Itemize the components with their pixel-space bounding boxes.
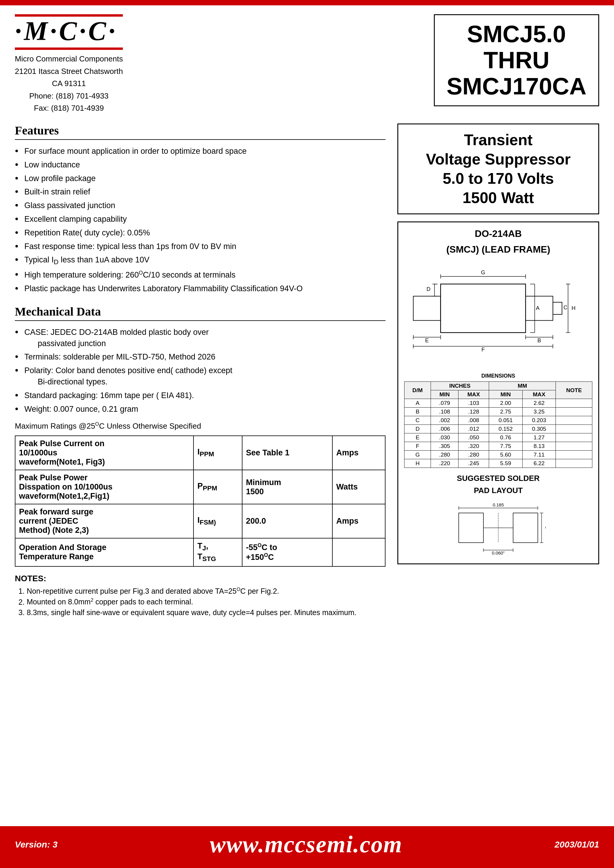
feature-item: Low inductance <box>15 158 386 172</box>
table-cell: IPPM <box>194 436 242 470</box>
svg-text:0.060": 0.060" <box>492 550 505 556</box>
version-value: 3 <box>53 840 57 849</box>
logo-redbar-bottom <box>15 48 123 50</box>
package-diagram: G H D A <box>404 260 592 369</box>
main-columns: Features For surface mount application i… <box>15 124 599 618</box>
logo-area: ·M·C·C· Micro Commercial Components 2120… <box>15 14 123 115</box>
svg-text:E: E <box>425 337 429 343</box>
solder-title-line2: PAD LAYOUT <box>404 486 592 495</box>
right-column: Transient Voltage Suppressor 5.0 to 170 … <box>397 124 599 571</box>
company-name: Micro Commercial Components <box>15 53 123 65</box>
part-number-line3: SMCJ170CA <box>447 73 586 99</box>
table-cell: Amps <box>332 436 385 470</box>
left-column: Features For surface mount application i… <box>15 124 386 618</box>
solder-pad-diagram: 0.185 0.121" 0.060" <box>451 498 546 557</box>
header-section: ·M·C·C· Micro Commercial Components 2120… <box>15 14 599 115</box>
phone: Phone: (818) 701-4933 <box>15 90 123 102</box>
svg-rect-3 <box>553 302 562 314</box>
feature-item: Low profile package <box>15 172 386 186</box>
feature-item: Typical ID less than 1uA above 10V <box>15 253 386 268</box>
dim-note-header: NOTE <box>556 382 592 399</box>
top-red-bar <box>0 0 614 5</box>
table-row: E.030.0500.761.27 <box>405 433 592 442</box>
dim-inches-header: INCHES <box>431 382 489 390</box>
part-number-line2: THRU <box>447 47 586 73</box>
version-text: Version: <box>15 840 53 849</box>
note-item: 8.3ms, single half sine-wave or equivale… <box>27 607 386 618</box>
feature-item: Repetition Rate( duty cycle): 0.05% <box>15 226 386 240</box>
solder-section: SUGGESTED SOLDER PAD LAYOUT 0.185 <box>404 474 592 557</box>
mechanical-section: Mechanical Data CASE: JEDEC DO-214AB mol… <box>15 304 386 567</box>
features-title: Features <box>15 124 386 140</box>
table-cell: PPPM <box>194 470 242 504</box>
feature-item: Plastic package has Underwrites Laborato… <box>15 282 386 296</box>
table-cell: See Table 1 <box>242 436 332 470</box>
table-cell: Amps <box>332 504 385 538</box>
svg-rect-0 <box>441 284 526 333</box>
table-row: D.006.0120.1520.305 <box>405 425 592 433</box>
package-box: DO-214AB (SMCJ) (LEAD FRAME) G <box>397 222 599 564</box>
part-number-box: SMCJ5.0 THRU SMCJ170CA <box>434 14 599 106</box>
table-row: Peak Pulse PowerDisspation on 10/1000usw… <box>15 470 385 504</box>
mechanical-title: Mechanical Data <box>15 304 386 321</box>
features-list: For surface mount application in order t… <box>15 144 386 296</box>
table-row: Peak Pulse Current on10/1000uswaveform(N… <box>15 436 385 470</box>
svg-text:0.185: 0.185 <box>493 502 504 507</box>
package-title-line2: (SMCJ) (LEAD FRAME) <box>404 244 592 255</box>
svg-text:F: F <box>481 346 485 352</box>
package-title-line1: DO-214AB <box>404 228 592 239</box>
table-cell: Peak Pulse PowerDisspation on 10/1000usw… <box>15 470 194 504</box>
feature-item: For surface mount application in order t… <box>15 144 386 158</box>
transient-box: Transient Voltage Suppressor 5.0 to 170 … <box>397 124 599 214</box>
dim-max-header: MAX <box>459 390 489 399</box>
feature-item: High temperature soldering: 260OC/10 sec… <box>15 268 386 282</box>
notes-section: NOTES: Non-repetitive current pulse per … <box>15 574 386 618</box>
transient-line3: 5.0 to 170 Volts <box>407 169 589 188</box>
svg-text:C: C <box>564 304 567 311</box>
table-cell <box>332 538 385 567</box>
feature-item: Glass passivated junction <box>15 199 386 213</box>
mech-item: Polarity: Color band denotes positive en… <box>15 364 386 389</box>
table-cell: Peak forward surgecurrent (JEDECMethod) … <box>15 504 194 538</box>
version-label: Version: 3 <box>15 840 57 849</box>
table-cell: IFSM) <box>194 504 242 538</box>
table-row: F.305.3207.758.13 <box>405 442 592 450</box>
table-cell: 200.0 <box>242 504 332 538</box>
table-row: B.108.1282.753.25 <box>405 408 592 416</box>
table-row: A.079.1032.002.62 <box>405 399 592 408</box>
footer-date: 2003/01/01 <box>555 840 599 849</box>
svg-text:0.121": 0.121" <box>545 525 546 530</box>
feature-item: Built-in strain relief <box>15 185 386 199</box>
svg-rect-1 <box>413 296 441 321</box>
table-row: C.002.0080.0510.203 <box>405 416 592 425</box>
mech-item: CASE: JEDEC DO-214AB molded plastic body… <box>15 326 386 351</box>
svg-rect-34 <box>459 513 484 543</box>
address-line1: 21201 Itasca Street Chatsworth <box>15 65 123 78</box>
mech-item: Standard packaging: 16mm tape per ( EIA … <box>15 389 386 402</box>
table-cell: Watts <box>332 470 385 504</box>
svg-text:B: B <box>537 337 541 343</box>
mech-item: Weight: 0.007 ounce, 0.21 gram <box>15 402 386 416</box>
table-cell: Peak Pulse Current on10/1000uswaveform(N… <box>15 436 194 470</box>
address-line2: CA 91311 <box>15 78 123 90</box>
company-info: Micro Commercial Components 21201 Itasca… <box>15 53 123 115</box>
notes-list: Non-repetitive current pulse per Fig.3 a… <box>15 586 386 618</box>
svg-text:D: D <box>426 286 430 292</box>
svg-text:G: G <box>481 269 485 275</box>
transient-line2: Voltage Suppressor <box>407 150 589 169</box>
svg-text:A: A <box>536 305 540 311</box>
feature-item: Fast response time: typical less than 1p… <box>15 240 386 253</box>
table-row: H.220.2455.596.22 <box>405 459 592 468</box>
note-item: Mounted on 8.0mm2 copper pads to each te… <box>27 596 386 607</box>
part-number-line1: SMCJ5.0 <box>447 21 586 47</box>
dim-header: DIMENSIONS <box>404 373 592 379</box>
logo-text: ·M·C·C· <box>15 18 118 45</box>
bottom-red-bar <box>0 863 614 868</box>
table-row: Operation And StorageTemperature Range T… <box>15 538 385 567</box>
table-cell: Operation And StorageTemperature Range <box>15 538 194 567</box>
table-cell: TJ,TSTG <box>194 538 242 567</box>
svg-text:H: H <box>572 305 575 311</box>
table-cell: Minimum1500 <box>242 470 332 504</box>
note-item: Non-repetitive current pulse per Fig.3 a… <box>27 586 386 596</box>
svg-rect-35 <box>513 513 538 543</box>
